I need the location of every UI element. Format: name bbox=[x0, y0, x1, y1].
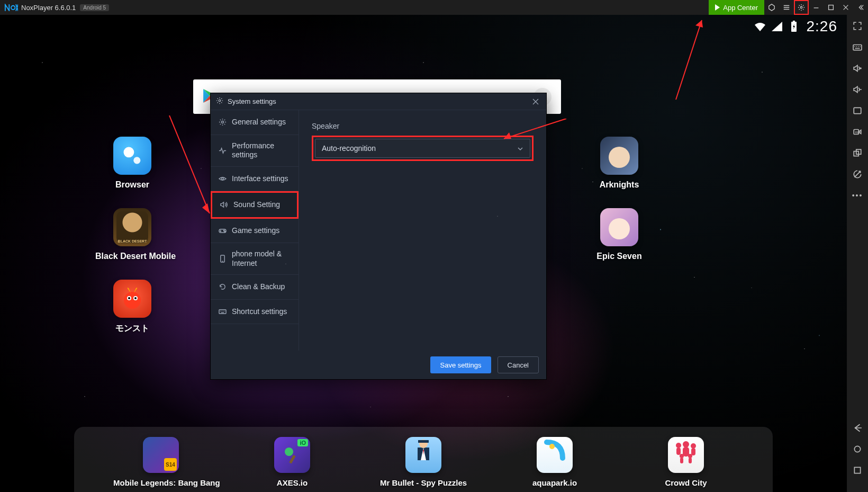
system-settings-dialog: System settings General settings Perform… bbox=[210, 93, 547, 380]
app-center-button[interactable]: App Center bbox=[709, 0, 764, 15]
app-center-label: App Center bbox=[723, 4, 758, 12]
dock-item-label: Crowd City bbox=[638, 478, 734, 487]
refresh-icon bbox=[218, 283, 227, 291]
close-window-button[interactable] bbox=[838, 0, 853, 15]
macro-recorder-button[interactable] bbox=[850, 168, 865, 180]
chevron-down-icon bbox=[517, 145, 523, 151]
svg-point-6 bbox=[133, 157, 140, 164]
dock-item-mr-bullet[interactable]: Mr Bullet - Spy Puzzles bbox=[376, 437, 471, 487]
android-back-button[interactable] bbox=[850, 422, 865, 434]
svg-point-11 bbox=[134, 297, 137, 299]
multi-instance-button[interactable] bbox=[850, 147, 865, 159]
emulator-side-toolbar: REC ••• bbox=[847, 15, 868, 492]
nav-sound-setting[interactable]: Sound Setting bbox=[211, 191, 299, 219]
svg-rect-43 bbox=[854, 108, 861, 113]
nav-general-settings[interactable]: General settings bbox=[211, 110, 299, 135]
svg-text:REC: REC bbox=[855, 131, 862, 134]
svg-point-33 bbox=[224, 231, 225, 232]
app-icon-black-desert[interactable]: BLACK DESERT Black Desert Mobile bbox=[95, 208, 169, 261]
nox-logo bbox=[4, 3, 18, 12]
app-icon-label: Browser bbox=[95, 180, 169, 190]
dock-item-crowd-city[interactable]: Crowd City bbox=[638, 437, 734, 487]
save-settings-button[interactable]: Save settings bbox=[430, 356, 491, 373]
svg-rect-3 bbox=[793, 21, 795, 22]
speaker-select[interactable]: Auto-recognition bbox=[315, 139, 530, 158]
speaker-field-label: Speaker bbox=[312, 122, 534, 130]
volume-down-button[interactable] bbox=[850, 84, 865, 95]
svg-point-24 bbox=[680, 454, 684, 458]
android-home-button[interactable] bbox=[850, 443, 865, 455]
svg-rect-13 bbox=[289, 455, 295, 463]
svg-point-0 bbox=[800, 6, 802, 8]
svg-marker-37 bbox=[504, 132, 511, 139]
speaker-selected-value: Auto-recognition bbox=[322, 144, 376, 153]
nav-clean-backup[interactable]: Clean & Backup bbox=[211, 275, 299, 300]
nav-shortcut-settings[interactable]: Shortcut settings bbox=[211, 300, 299, 325]
more-tools-button[interactable]: ••• bbox=[850, 190, 865, 201]
keyboard-mapping-button[interactable] bbox=[850, 41, 865, 53]
android-version-badge: Android 5 bbox=[80, 4, 109, 11]
svg-point-26 bbox=[688, 454, 692, 458]
maximize-button[interactable] bbox=[824, 0, 838, 15]
svg-line-40 bbox=[676, 20, 702, 100]
signal-icon bbox=[771, 20, 783, 33]
nav-label: Interface settings bbox=[232, 174, 288, 184]
svg-marker-41 bbox=[695, 20, 703, 28]
gear-icon bbox=[218, 118, 227, 127]
annotation-arrow bbox=[159, 115, 222, 221]
svg-line-38 bbox=[169, 115, 210, 213]
cancel-button[interactable]: Cancel bbox=[498, 356, 539, 373]
svg-point-5 bbox=[124, 147, 134, 158]
theme-button[interactable] bbox=[764, 0, 779, 15]
annotation-arrow bbox=[498, 119, 572, 145]
svg-point-32 bbox=[223, 230, 224, 231]
svg-rect-31 bbox=[219, 229, 225, 232]
app-icon-label: Epic Seven bbox=[582, 252, 656, 261]
dock-item-aquapark[interactable]: aquapark.io bbox=[507, 437, 602, 487]
speaker-select-highlight: Auto-recognition bbox=[312, 136, 534, 161]
volume-up-button[interactable] bbox=[850, 62, 865, 74]
svg-rect-34 bbox=[220, 255, 224, 262]
app-title: NoxPlayer 6.6.0.1 bbox=[21, 4, 76, 12]
gamepad-icon bbox=[218, 226, 227, 235]
app-icon-label: Arknights bbox=[582, 180, 656, 190]
dock-item-label: AXES.io bbox=[245, 478, 340, 487]
phone-icon bbox=[218, 255, 227, 263]
dock-item-axes[interactable]: iO AXES.io bbox=[245, 437, 340, 487]
nav-phone-model-internet[interactable]: phone model & Internet bbox=[211, 243, 299, 275]
nav-performance-settings[interactable]: Performance settings bbox=[211, 135, 299, 167]
fullscreen-button[interactable] bbox=[850, 20, 865, 32]
app-icon-browser[interactable]: Browser bbox=[95, 137, 169, 190]
svg-point-48 bbox=[854, 446, 860, 452]
svg-point-29 bbox=[221, 121, 223, 123]
nav-label: Game settings bbox=[232, 226, 279, 236]
settings-gear-button[interactable] bbox=[794, 0, 809, 15]
app-icon-monst[interactable]: モンスト bbox=[95, 280, 169, 334]
gear-icon bbox=[216, 97, 223, 106]
app-icon-arknights[interactable]: Arknights bbox=[582, 137, 656, 190]
nav-label: General settings bbox=[232, 118, 286, 127]
dock-item-mlbb[interactable]: S14 Mobile Legends: Bang Bang bbox=[113, 437, 209, 487]
nav-interface-settings[interactable]: Interface settings bbox=[211, 167, 299, 192]
svg-line-36 bbox=[504, 119, 566, 139]
dialog-close-button[interactable] bbox=[530, 96, 541, 107]
app-icon-epic-seven[interactable]: Epic Seven bbox=[582, 208, 656, 261]
gear-icon bbox=[798, 4, 805, 11]
svg-point-18 bbox=[676, 443, 681, 448]
svg-point-15 bbox=[419, 440, 428, 448]
android-recents-button[interactable] bbox=[850, 464, 865, 476]
menu-button[interactable] bbox=[779, 0, 794, 15]
sound-icon bbox=[220, 201, 228, 209]
emulator-viewport: 2:26 Browser BLACK DESERT Black Desert M… bbox=[0, 15, 847, 492]
nav-game-settings[interactable]: Game settings bbox=[211, 219, 299, 244]
status-time: 2:26 bbox=[807, 18, 838, 35]
cancel-button-label: Cancel bbox=[508, 361, 529, 369]
nav-label: Sound Setting bbox=[233, 200, 280, 210]
collapse-toolbar-button[interactable] bbox=[853, 0, 868, 15]
svg-marker-39 bbox=[202, 203, 210, 213]
minimize-button[interactable] bbox=[809, 0, 824, 15]
svg-point-22 bbox=[691, 443, 696, 449]
svg-point-30 bbox=[221, 177, 223, 180]
screenshot-button[interactable] bbox=[850, 105, 865, 117]
video-record-button[interactable]: REC bbox=[850, 126, 865, 138]
